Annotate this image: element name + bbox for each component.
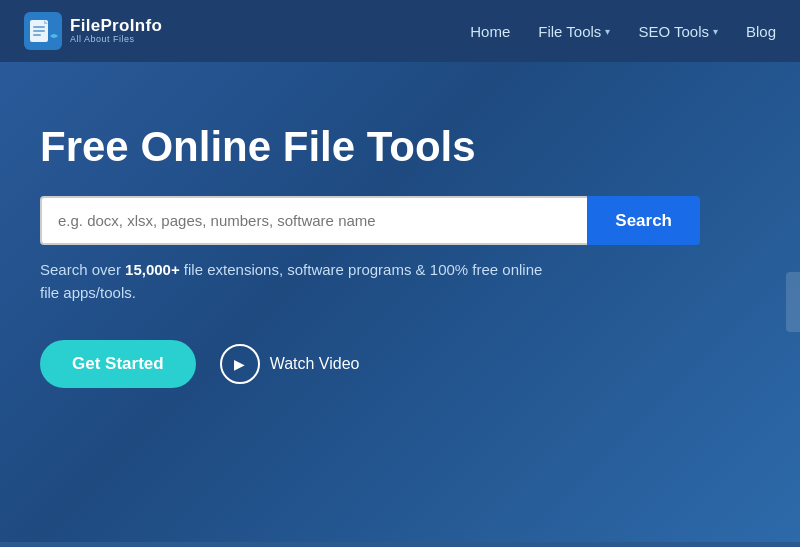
hero-actions: Get Started ▶ Watch Video (40, 340, 760, 388)
logo-text: FileProInfo All About Files (70, 17, 162, 46)
nav-blog[interactable]: Blog (746, 23, 776, 40)
search-bar: Search (40, 196, 700, 245)
nav-file-tools[interactable]: File Tools ▾ (538, 23, 610, 40)
file-tools-chevron-icon: ▾ (605, 26, 610, 37)
logo-title: FileProInfo (70, 17, 162, 36)
search-button[interactable]: Search (587, 196, 700, 245)
hero-section: Free Online File Tools Search Search ove… (0, 62, 800, 542)
logo[interactable]: FileProInfo All About Files (24, 12, 162, 50)
hero-title: Free Online File Tools (40, 122, 760, 172)
seo-tools-chevron-icon: ▾ (713, 26, 718, 37)
hero-decoration (786, 272, 800, 332)
header: FileProInfo All About Files Home File To… (0, 0, 800, 62)
play-icon: ▶ (220, 344, 260, 384)
svg-rect-3 (33, 26, 45, 28)
logo-icon (24, 12, 62, 50)
svg-rect-5 (33, 34, 41, 36)
nav-seo-tools[interactable]: SEO Tools ▾ (638, 23, 718, 40)
navigation: Home File Tools ▾ SEO Tools ▾ Blog (470, 23, 776, 40)
watch-video-label: Watch Video (270, 355, 360, 373)
svg-rect-4 (33, 30, 45, 32)
file-count: 15,000+ (125, 261, 180, 278)
search-description: Search over 15,000+ file extensions, sof… (40, 259, 560, 304)
search-input[interactable] (40, 196, 587, 245)
watch-video-link[interactable]: ▶ Watch Video (220, 344, 360, 384)
get-started-button[interactable]: Get Started (40, 340, 196, 388)
logo-subtitle: All About Files (70, 35, 162, 45)
nav-home[interactable]: Home (470, 23, 510, 40)
